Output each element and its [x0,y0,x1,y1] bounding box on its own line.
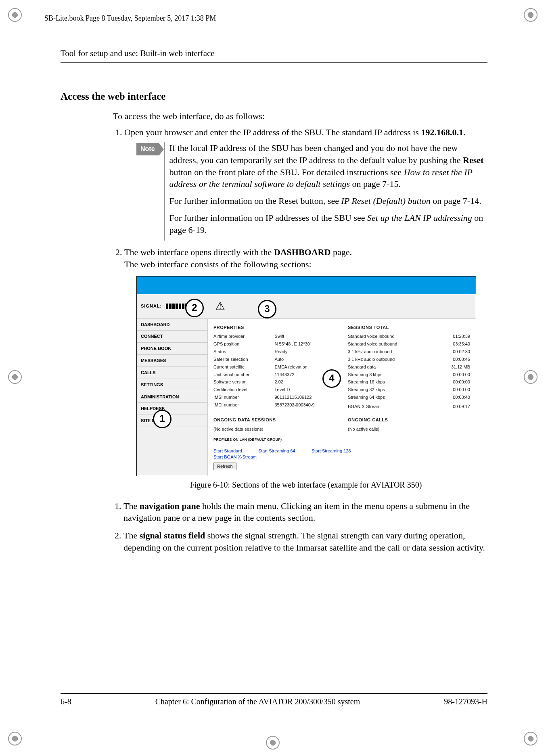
profile-link[interactable]: Start Streaming 128 [312,448,351,453]
session-row: 3.1 kHz audio outbound00:08:45 [348,356,470,362]
crop-mark-icon [524,8,540,24]
chapter-title: Chapter 6: Configuration of the AVIATOR … [155,697,360,706]
session-row: Standard data31.12 MB [348,364,470,370]
nav-item[interactable]: HELPDESK [137,403,207,415]
intro-text: To access the web interface, do as follo… [113,110,487,122]
page-number: 6-8 [61,697,71,706]
property-row: Current satelliteEMEA (elevation [213,364,336,370]
desc1-b: navigation pane [140,501,200,511]
step-2-line2: The web interface consists of the follow… [124,259,312,269]
note-tag: Note [136,143,159,155]
session-row: Streaming 8 kbps00:00:00 [348,372,470,378]
note-p2-a: For further information on the Reset but… [169,196,341,206]
crop-mark-icon [524,732,540,748]
sessions-list: Standard voice inbound01:28:39Standard v… [348,333,470,409]
refresh-button[interactable]: Refresh [213,463,236,470]
property-row: StatusReady [213,349,336,355]
property-row: IMEI number35872303-000340-9 [213,402,336,408]
profile-link[interactable]: Start Standard [213,448,242,453]
properties-heading: PROPERTIES [213,325,336,331]
session-row: Streaming 32 kbps00:00:00 [348,387,470,393]
ongoing-calls-value: (No active calls) [348,426,470,432]
note-paragraph-1: If the local IP address of the SBU has b… [169,142,487,190]
desc2-b: signal status field [140,530,205,540]
crop-mark-icon [8,732,24,748]
session-row: BGAN X-Stream00:09:17 [348,404,470,410]
callout-3: 3 [258,300,276,318]
figure-caption: Figure 6-10: Sections of the web interfa… [124,480,487,490]
desc2-a: The [123,530,140,540]
desc1-a: The [123,501,140,511]
section-heading: Access the web interface [61,91,487,102]
callout-4: 4 [322,369,341,388]
note-p1-a: If the local IP address of the SBU has b… [169,143,463,165]
ongoing-data-value: (No active data sessions) [213,426,336,432]
figure-dashboard: SIGNAL: ⚠ DASHBOARDCONNECTPHONE BOOKMESS… [136,276,476,476]
session-row: Streaming 64 kbps00:03:40 [348,394,470,400]
nav-item[interactable]: DASHBOARD [137,319,207,331]
desc-item-2: The signal status field shows the signal… [123,530,487,553]
note-paragraph-2: For further information on the Reset but… [169,195,487,207]
properties-list: Airtime providerSwiftGPS positionN 55°48… [213,333,336,408]
profile-link[interactable]: Start BGAN X-Stream [213,454,257,459]
step-1-text-a: Open your browser and enter the IP addre… [124,127,421,137]
note-paragraph-3: For further information on IP addresses … [169,212,487,236]
nav-item[interactable]: SITE MAP [137,415,207,427]
property-row: Software version2.02 [213,379,336,385]
property-row: GPS positionN 55°48', E 12°30' [213,341,336,347]
step-2-c: page. [330,247,352,257]
note-p2-c: on page 7-14. [431,196,481,206]
nav-item[interactable]: CALLS [137,367,207,379]
note-p3-b: Set up the LAN IP addressing [367,213,472,223]
nav-item[interactable]: MESSAGES [137,355,207,367]
document-meta: SB-Lite.book Page 8 Tuesday, September 5… [44,14,216,23]
step-2: The web interface opens directly with th… [124,246,487,490]
crop-mark-icon [266,736,282,752]
signal-label: SIGNAL: [141,303,162,309]
doc-number: 98-127093-H [444,697,487,706]
ongoing-calls-heading: ONGOING CALLS [348,417,470,423]
note-p1-c: button on the front plate of the SBU. Fo… [169,167,404,177]
session-row: 3.1 kHz audio inbound00:02:30 [348,349,470,355]
property-row: Satellite selectionAuto [213,356,336,362]
step-1-ip: 192.168.0.1 [421,127,463,137]
nav-item[interactable]: ADMINISTRATION [137,391,207,403]
session-row: Streaming 16 kbps00:00:00 [348,379,470,385]
crop-mark-icon [8,370,24,386]
step-2-a: The web interface opens directly with th… [124,247,274,257]
callout-1: 1 [153,410,172,428]
property-row: Unit serial number11443372 [213,372,336,378]
note-p3-a: For further information on IP addresses … [169,213,367,223]
step-1-text-b: . [463,127,466,137]
note-p1-e: on page 7-15. [350,179,401,189]
nav-item[interactable]: SETTINGS [137,379,207,391]
nav-pane: DASHBOARDCONNECTPHONE BOOKMESSAGESCALLSS… [137,319,208,476]
step-2-b: DASHBOARD [274,247,331,257]
step-1: Open your browser and enter the IP addre… [124,126,487,241]
sessions-heading: SESSIONS TOTAL [348,325,470,331]
callout-2: 2 [185,299,204,317]
property-row: Airtime providerSwift [213,333,336,339]
crop-mark-icon [524,370,540,386]
desc-item-1: The navigation pane holds the main menu.… [123,500,487,524]
warning-icon: ⚠ [215,299,225,314]
nav-item[interactable]: CONNECT [137,331,207,343]
crop-mark-icon [8,8,24,24]
ongoing-data-heading: ONGOING DATA SESSIONS [213,417,336,423]
nav-item[interactable]: PHONE BOOK [137,343,207,355]
profiles-heading: PROFILES ON LAN (DEFAULT GROUP) [213,437,470,442]
note-p2-b: IP Reset (Default) button [341,196,430,206]
session-row: Standard voice inbound01:28:39 [348,333,470,339]
profile-link[interactable]: Start Streaming 64 [258,448,295,453]
profile-links: Start StandardStart Streaming 64Start St… [213,448,470,460]
running-header: Tool for setup and use: Built-in web int… [61,48,487,63]
note-p1-b: Reset [463,155,483,165]
property-row: Certification levelLevel-D [213,387,336,393]
session-row: Standard voice outbound03:35:40 [348,341,470,347]
title-bar [137,276,476,294]
property-row: IMSI number901112115106122 [213,394,336,400]
